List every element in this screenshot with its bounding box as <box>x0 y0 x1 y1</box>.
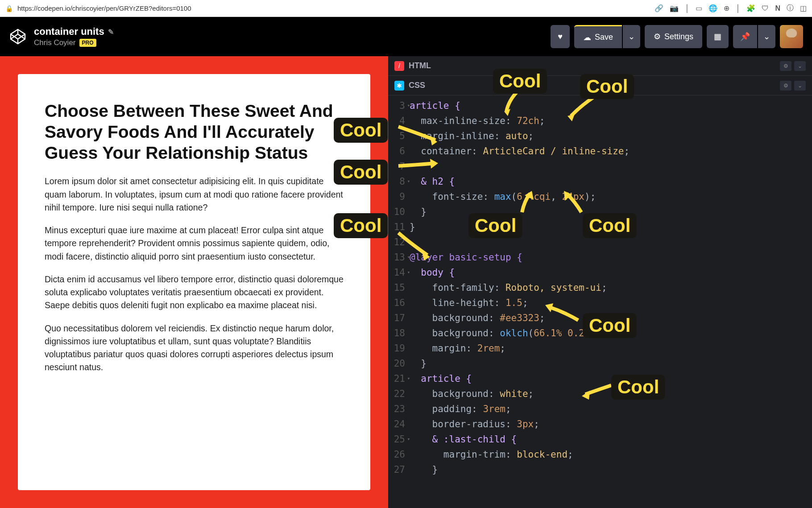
header-buttons: ♥ ☁ Save ⌄ ⚙ Settings ▦ 📌 ⌄ <box>551 25 803 48</box>
article-paragraph: Dicta enim id accusamus vel libero tempo… <box>45 273 344 312</box>
codepen-logo-icon[interactable] <box>9 28 27 45</box>
gear-icon[interactable]: ⚙ <box>780 61 791 71</box>
code-content[interactable]: article { max-inline-size: 72ch; margin-… <box>410 98 812 508</box>
save-dropdown-button[interactable]: ⌄ <box>623 25 640 48</box>
editor-pane: / HTML ⚙ ⌄ ✱ CSS ⚙ ⌄ 3456789101112131415… <box>388 56 812 508</box>
pencil-icon[interactable]: ✎ <box>108 28 114 36</box>
target-icon[interactable]: ⊕ <box>724 4 729 12</box>
heart-icon: ♥ <box>558 32 563 41</box>
settings-label: Settings <box>664 32 693 41</box>
css-code-editor[interactable]: 3456789101112131415161718192021222324252… <box>388 95 812 508</box>
article-paragraph: Quo necessitatibus dolorem vel reiciendi… <box>45 322 344 374</box>
cloud-icon: ☁ <box>583 33 591 42</box>
pin-button[interactable]: 📌 <box>733 25 757 48</box>
pen-title[interactable]: container units ✎ <box>34 26 543 37</box>
article-heading: Choose Between These Sweet And Savory Fo… <box>45 101 344 163</box>
camera-icon[interactable]: 📷 <box>670 4 679 12</box>
sidebar-icon[interactable]: ◫ <box>800 4 807 12</box>
line-number-gutter: 3456789101112131415161718192021222324252… <box>388 98 410 508</box>
css-panel-tab[interactable]: ✱ CSS ⚙ ⌄ <box>388 76 812 95</box>
link-icon[interactable]: 🔗 <box>655 4 663 12</box>
puzzle-icon[interactable]: 🧩 <box>746 4 755 12</box>
divider-icon: │ <box>685 4 689 12</box>
pen-info: container units ✎ Chris Coyier PRO <box>34 26 543 47</box>
chevron-down-icon[interactable]: ⌄ <box>794 61 806 71</box>
pin-dropdown-button[interactable]: ⌄ <box>758 25 775 48</box>
article-paragraph: Lorem ipsum dolor sit amet consectetur a… <box>45 175 344 214</box>
gear-icon: ⚙ <box>654 32 661 41</box>
pin-icon: 📌 <box>740 32 750 41</box>
chevron-down-icon: ⌄ <box>763 32 770 41</box>
folder-icon[interactable]: ▭ <box>696 4 702 12</box>
author-name: Chris Coyier <box>34 38 76 47</box>
pen-author[interactable]: Chris Coyier PRO <box>34 38 543 47</box>
shield-icon[interactable]: 🛡 <box>762 4 769 12</box>
chevron-down-icon: ⌄ <box>628 32 635 41</box>
layout-icon: ▦ <box>714 32 721 41</box>
preview-pane: Choose Between These Sweet And Savory Fo… <box>0 56 388 508</box>
gear-icon[interactable]: ⚙ <box>780 81 791 91</box>
css-badge-icon: ✱ <box>394 81 404 91</box>
html-badge-icon: / <box>394 61 404 71</box>
globe-icon[interactable]: 🌐 <box>708 4 717 12</box>
main-split: Choose Between These Sweet And Savory Fo… <box>0 56 812 508</box>
layout-button[interactable]: ▦ <box>707 25 729 48</box>
html-panel-tab[interactable]: / HTML ⚙ ⌄ <box>388 56 812 76</box>
save-label: Save <box>595 33 613 42</box>
browser-address-bar: 🔒 https://codepen.io/chriscoyier/pen/GRY… <box>0 0 812 17</box>
settings-button[interactable]: ⚙ Settings <box>645 25 702 48</box>
css-tab-label: CSS <box>409 81 425 90</box>
article-card: Choose Between These Sweet And Savory Fo… <box>18 74 370 490</box>
article-paragraph: Minus excepturi quae iure maxime at cum … <box>45 224 344 263</box>
heart-button[interactable]: ♥ <box>551 25 570 48</box>
chevron-down-icon[interactable]: ⌄ <box>794 81 806 91</box>
codepen-header: container units ✎ Chris Coyier PRO ♥ ☁ S… <box>0 17 812 56</box>
info-icon[interactable]: ⓘ <box>787 4 794 13</box>
browser-toolbar-icons: 🔗 📷 │ ▭ 🌐 ⊕ │ 🧩 🛡 N ⓘ ◫ <box>655 4 807 13</box>
lock-icon: 🔒 <box>5 5 13 12</box>
avatar[interactable] <box>780 25 803 48</box>
pen-title-text: container units <box>34 26 104 37</box>
divider-icon: │ <box>736 4 740 12</box>
notion-icon[interactable]: N <box>775 4 780 12</box>
url-text[interactable]: https://codepen.io/chriscoyier/pen/GRYrZ… <box>17 4 650 12</box>
html-tab-label: HTML <box>409 61 431 70</box>
pro-badge: PRO <box>79 39 96 47</box>
save-button[interactable]: ☁ Save <box>574 25 622 48</box>
